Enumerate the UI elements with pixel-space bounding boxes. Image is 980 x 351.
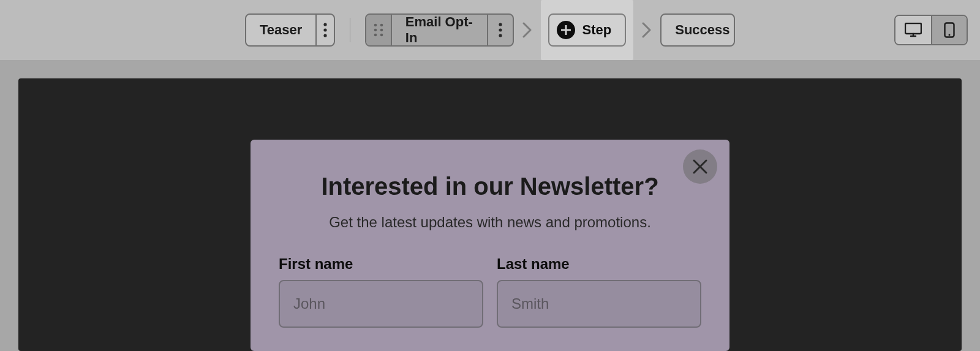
device-preview-toggle [894,15,968,45]
svg-point-10 [499,28,502,31]
first-name-input[interactable] [279,280,483,328]
first-name-label: First name [279,255,483,273]
svg-point-4 [380,24,383,27]
last-name-label: Last name [497,255,701,273]
popup-subtitle: Get the latest updates with news and pro… [279,214,701,231]
last-name-field: Last name [497,255,701,328]
email-optin-step-menu-button[interactable] [487,15,512,45]
svg-point-5 [374,29,377,32]
preview-canvas: Interested in our Newsletter? Get the la… [18,78,962,351]
svg-point-3 [374,24,377,27]
last-name-input[interactable] [497,280,701,328]
svg-point-8 [380,34,383,37]
first-name-field: First name [279,255,483,328]
chevron-right-icon [522,22,532,38]
svg-point-2 [323,34,326,37]
step-breadcrumb: Teaser Email Opt-In [245,0,735,60]
desktop-preview-button[interactable] [895,16,931,44]
canvas-area: Interested in our Newsletter? Get the la… [0,60,980,351]
divider [350,18,351,42]
grip-icon [373,23,384,37]
success-step-label: Success [662,15,735,45]
mobile-preview-button[interactable] [931,16,967,44]
svg-point-1 [323,28,326,31]
svg-point-6 [380,29,383,32]
email-optin-step-label: Email Opt-In [392,15,487,45]
teaser-step-label: Teaser [246,15,315,45]
close-icon [692,159,708,175]
email-optin-step-pill[interactable]: Email Opt-In [365,13,513,47]
svg-point-7 [374,34,377,37]
newsletter-popup: Interested in our Newsletter? Get the la… [251,140,729,351]
plus-circle-icon [557,21,575,39]
svg-point-14 [949,34,951,36]
teaser-step-menu-button[interactable] [315,15,333,45]
kebab-icon [323,23,327,37]
svg-point-9 [499,23,502,26]
add-step-highlight: Step [541,0,634,60]
popup-close-button[interactable] [683,149,717,184]
add-step-button[interactable]: Step [548,13,627,47]
popup-title: Interested in our Newsletter? [279,173,701,200]
mobile-icon [944,22,955,38]
svg-point-0 [323,23,326,26]
desktop-icon [905,23,922,37]
svg-rect-12 [905,23,921,34]
teaser-step-pill[interactable]: Teaser [245,13,335,47]
add-step-label: Step [582,22,612,38]
chevron-right-icon [642,22,652,38]
kebab-icon [499,23,502,37]
editor-toolbar: Teaser Email Opt-In [0,0,980,60]
success-step-pill[interactable]: Success [660,13,735,47]
popup-form: First name Last name [279,255,701,328]
email-optin-drag-handle[interactable] [366,15,391,45]
svg-point-11 [499,34,502,37]
